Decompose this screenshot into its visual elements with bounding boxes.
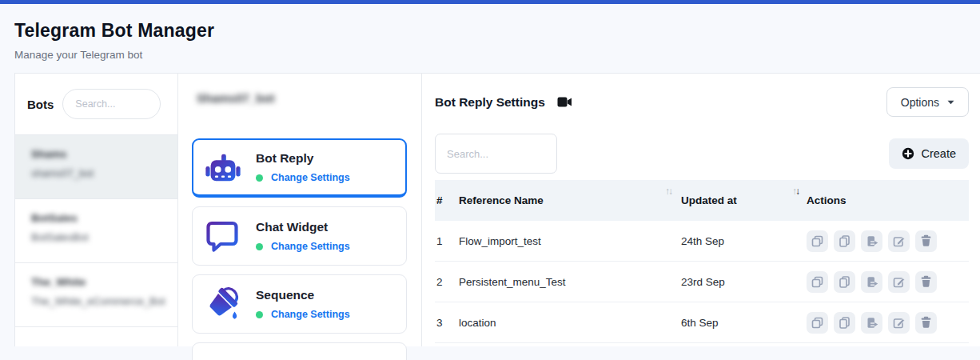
selected-bot-title-blurred: Shams07_bot	[197, 91, 273, 105]
edit-icon[interactable]	[888, 312, 910, 334]
bot-name-blurred: Shams	[31, 148, 166, 160]
bots-title: Bots	[27, 98, 54, 111]
bot-username-blurred: The_White_eCommerce_Bot	[31, 295, 166, 307]
copy-icon[interactable]	[807, 230, 828, 252]
settings-title: Bot Reply Settings	[435, 95, 545, 110]
paint-bucket-icon	[203, 284, 243, 324]
delete-icon[interactable]	[915, 312, 937, 334]
page-header: Telegram Bot Manager Manage your Telegra…	[0, 4, 980, 61]
change-settings-link[interactable]: Change Settings	[271, 172, 350, 183]
export-icon[interactable]	[861, 271, 882, 293]
table-row: 3 location 6th Sep	[435, 302, 969, 343]
bot-list-item[interactable]: Shams shams07_bot	[15, 135, 177, 199]
module-card-body: Bot Reply Change Settings	[256, 151, 350, 183]
cell-actions	[807, 230, 969, 252]
module-card-label: Chat Widget	[256, 220, 350, 234]
bot-list-item-partial[interactable]	[15, 327, 177, 360]
cell-actions	[807, 312, 969, 334]
bot-name-blurred: The_White	[31, 276, 166, 288]
create-button[interactable]: Create	[889, 138, 969, 169]
module-card-label: Sequence	[256, 288, 350, 302]
module-card-partial[interactable]	[192, 342, 407, 360]
duplicate-icon[interactable]	[834, 230, 855, 252]
robot-icon	[203, 147, 243, 187]
duplicate-icon[interactable]	[834, 312, 855, 334]
bot-username-blurred: BotSalesBot	[31, 231, 166, 243]
video-camera-icon[interactable]	[557, 96, 572, 108]
settings-panel: Bot Reply Settings Options	[422, 74, 980, 346]
cell-reference-name: Persistent_menu_Test	[459, 276, 681, 288]
copy-icon[interactable]	[807, 312, 828, 334]
table-search-input[interactable]	[435, 134, 557, 174]
status-dot	[256, 174, 263, 182]
delete-icon[interactable]	[915, 271, 937, 293]
cell-reference-name: location	[459, 317, 681, 329]
bot-name-blurred: BotSales	[31, 212, 166, 224]
page-subtitle: Manage your Telegram bot	[14, 49, 980, 61]
plus-circle-icon	[902, 147, 914, 160]
table-row: 2 Persistent_menu_Test 23rd Sep	[435, 262, 969, 302]
edit-icon[interactable]	[888, 271, 910, 293]
bots-search-input[interactable]	[62, 89, 161, 119]
bot-list-item[interactable]: The_White The_White_eCommerce_Bot	[15, 263, 177, 327]
reply-table: # Reference Name ↑↓ Updated at ↑↓ Action…	[435, 180, 969, 343]
cell-updated-at: 23rd Sep	[681, 276, 807, 288]
bot-list-item[interactable]: BotSales BotSalesBot	[15, 199, 177, 263]
status-dot	[256, 311, 263, 318]
cell-index: 1	[435, 235, 459, 247]
main-panel: Bots Shams shams07_bot BotSales BotSales…	[14, 73, 980, 346]
options-button[interactable]: Options	[886, 87, 969, 117]
options-button-label: Options	[901, 96, 939, 109]
cell-updated-at: 24th Sep	[681, 235, 807, 247]
table-row: 1 Flow_import_test 24th Sep	[435, 221, 969, 262]
bot-username-blurred: shams07_bot	[31, 167, 166, 179]
cell-actions	[807, 271, 969, 293]
chat-bubble-icon	[203, 216, 243, 256]
copy-icon[interactable]	[807, 271, 828, 293]
module-card-sequence[interactable]: Sequence Change Settings	[192, 274, 407, 334]
bots-sidebar-header: Bots	[15, 74, 177, 135]
cell-index: 2	[435, 276, 459, 288]
header-actions: Actions	[807, 180, 969, 221]
module-card-body: Sequence Change Settings	[256, 288, 350, 320]
module-card-body: Chat Widget Change Settings	[256, 220, 350, 252]
bots-sidebar: Bots Shams shams07_bot BotSales BotSales…	[15, 74, 178, 346]
header-reference-name[interactable]: Reference Name ↑↓	[459, 180, 681, 221]
duplicate-icon[interactable]	[834, 271, 855, 293]
chevron-down-icon	[947, 100, 954, 105]
export-icon[interactable]	[861, 312, 882, 334]
header-reference-label: Reference Name	[459, 194, 544, 206]
module-card-chat-widget[interactable]: Chat Widget Change Settings	[192, 206, 407, 266]
sort-icon[interactable]: ↑↓	[792, 186, 799, 196]
sort-icon[interactable]: ↑↓	[665, 186, 671, 196]
cell-reference-name: Flow_import_test	[459, 235, 681, 247]
header-updated-at[interactable]: Updated at ↑↓	[681, 180, 807, 221]
export-icon[interactable]	[861, 230, 882, 252]
change-settings-link[interactable]: Change Settings	[271, 241, 350, 252]
status-dot	[256, 243, 263, 250]
cell-updated-at: 6th Sep	[681, 317, 807, 329]
header-updated-label: Updated at	[681, 194, 737, 206]
modules-column: Shams07_bot Bot Reply Ch	[178, 74, 422, 346]
table-header-row: # Reference Name ↑↓ Updated at ↑↓ Action…	[435, 180, 969, 221]
module-card-bot-reply[interactable]: Bot Reply Change Settings	[192, 138, 407, 198]
change-settings-link[interactable]: Change Settings	[271, 309, 350, 320]
edit-icon[interactable]	[888, 230, 910, 252]
page-title: Telegram Bot Manager	[14, 20, 980, 42]
module-card-label: Bot Reply	[256, 151, 350, 166]
delete-icon[interactable]	[915, 230, 937, 252]
cell-index: 3	[435, 317, 459, 329]
header-index: #	[435, 180, 459, 221]
create-button-label: Create	[921, 147, 956, 160]
